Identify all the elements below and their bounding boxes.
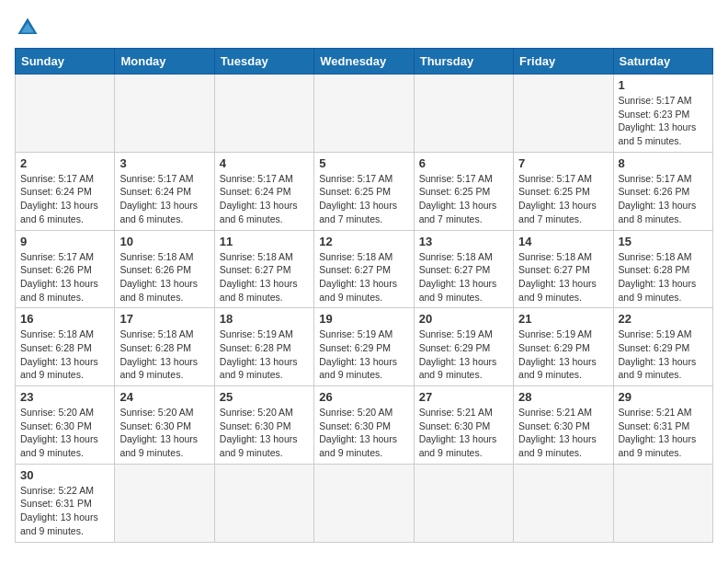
day-number: 21	[518, 312, 608, 326]
calendar-cell	[214, 464, 313, 542]
day-number: 4	[220, 156, 309, 170]
page-header	[15, 15, 713, 40]
weekday-header-saturday: Saturday	[613, 49, 712, 75]
day-info: Sunrise: 5:19 AM Sunset: 6:28 PM Dayligh…	[220, 327, 309, 382]
calendar-cell: 24Sunrise: 5:20 AM Sunset: 6:30 PM Dayli…	[115, 386, 214, 465]
weekday-header-friday: Friday	[514, 49, 613, 75]
calendar-cell	[16, 75, 115, 153]
day-info: Sunrise: 5:22 AM Sunset: 6:31 PM Dayligh…	[20, 484, 109, 538]
day-info: Sunrise: 5:20 AM Sunset: 6:30 PM Dayligh…	[319, 406, 408, 460]
day-number: 27	[419, 390, 508, 404]
day-number: 1	[619, 78, 708, 92]
calendar-cell: 8Sunrise: 5:17 AM Sunset: 6:26 PM Daylig…	[613, 152, 712, 230]
weekday-header-monday: Monday	[115, 49, 214, 75]
calendar-cell	[414, 75, 513, 153]
calendar-cell	[613, 464, 712, 542]
calendar-cell: 4Sunrise: 5:17 AM Sunset: 6:24 PM Daylig…	[214, 152, 313, 230]
day-info: Sunrise: 5:18 AM Sunset: 6:27 PM Dayligh…	[220, 250, 309, 304]
calendar-cell: 11Sunrise: 5:18 AM Sunset: 6:27 PM Dayli…	[214, 230, 313, 308]
day-number: 18	[220, 312, 309, 326]
week-row-6: 30Sunrise: 5:22 AM Sunset: 6:31 PM Dayli…	[16, 464, 713, 542]
day-info: Sunrise: 5:17 AM Sunset: 6:25 PM Dayligh…	[319, 172, 408, 226]
day-info: Sunrise: 5:18 AM Sunset: 6:28 PM Dayligh…	[119, 327, 209, 382]
calendar-cell: 15Sunrise: 5:18 AM Sunset: 6:28 PM Dayli…	[613, 230, 712, 308]
calendar-cell	[314, 75, 414, 153]
day-info: Sunrise: 5:19 AM Sunset: 6:29 PM Dayligh…	[419, 327, 508, 382]
day-info: Sunrise: 5:17 AM Sunset: 6:25 PM Dayligh…	[419, 172, 508, 226]
day-number: 17	[119, 312, 209, 326]
day-number: 13	[419, 235, 508, 248]
day-number: 3	[119, 156, 209, 170]
week-row-2: 2Sunrise: 5:17 AM Sunset: 6:24 PM Daylig…	[16, 152, 713, 230]
calendar-cell: 9Sunrise: 5:17 AM Sunset: 6:26 PM Daylig…	[16, 230, 115, 308]
day-number: 19	[319, 312, 408, 326]
day-number: 2	[20, 156, 109, 170]
day-info: Sunrise: 5:17 AM Sunset: 6:24 PM Dayligh…	[119, 172, 209, 226]
calendar-cell: 7Sunrise: 5:17 AM Sunset: 6:25 PM Daylig…	[514, 152, 613, 230]
day-number: 10	[119, 235, 209, 248]
day-info: Sunrise: 5:21 AM Sunset: 6:30 PM Dayligh…	[419, 406, 508, 460]
day-info: Sunrise: 5:17 AM Sunset: 6:26 PM Dayligh…	[619, 172, 708, 226]
week-row-3: 9Sunrise: 5:17 AM Sunset: 6:26 PM Daylig…	[16, 230, 713, 308]
day-number: 16	[20, 312, 109, 326]
calendar-cell: 17Sunrise: 5:18 AM Sunset: 6:28 PM Dayli…	[115, 308, 214, 386]
calendar-cell: 19Sunrise: 5:19 AM Sunset: 6:29 PM Dayli…	[314, 308, 414, 386]
week-row-1: 1Sunrise: 5:17 AM Sunset: 6:23 PM Daylig…	[16, 75, 713, 153]
calendar-cell: 25Sunrise: 5:20 AM Sunset: 6:30 PM Dayli…	[214, 386, 313, 465]
calendar-cell	[214, 75, 313, 153]
calendar-cell	[414, 464, 513, 542]
day-number: 23	[20, 390, 109, 404]
day-info: Sunrise: 5:19 AM Sunset: 6:29 PM Dayligh…	[518, 327, 608, 382]
day-number: 22	[619, 312, 708, 326]
calendar-cell	[514, 464, 613, 542]
day-info: Sunrise: 5:17 AM Sunset: 6:25 PM Dayligh…	[518, 172, 608, 226]
calendar-cell: 29Sunrise: 5:21 AM Sunset: 6:31 PM Dayli…	[613, 386, 712, 465]
day-info: Sunrise: 5:21 AM Sunset: 6:30 PM Dayligh…	[518, 406, 608, 460]
calendar-cell: 14Sunrise: 5:18 AM Sunset: 6:27 PM Dayli…	[514, 230, 613, 308]
calendar-cell	[115, 464, 214, 542]
day-number: 25	[220, 390, 309, 404]
day-info: Sunrise: 5:20 AM Sunset: 6:30 PM Dayligh…	[20, 406, 109, 460]
calendar-cell: 10Sunrise: 5:18 AM Sunset: 6:26 PM Dayli…	[115, 230, 214, 308]
day-info: Sunrise: 5:19 AM Sunset: 6:29 PM Dayligh…	[319, 327, 408, 382]
calendar-cell: 5Sunrise: 5:17 AM Sunset: 6:25 PM Daylig…	[314, 152, 414, 230]
calendar-cell: 22Sunrise: 5:19 AM Sunset: 6:29 PM Dayli…	[613, 308, 712, 386]
day-number: 11	[220, 235, 309, 248]
calendar-cell: 6Sunrise: 5:17 AM Sunset: 6:25 PM Daylig…	[414, 152, 513, 230]
day-info: Sunrise: 5:18 AM Sunset: 6:28 PM Dayligh…	[619, 250, 708, 304]
calendar-cell: 23Sunrise: 5:20 AM Sunset: 6:30 PM Dayli…	[16, 386, 115, 465]
day-info: Sunrise: 5:19 AM Sunset: 6:29 PM Dayligh…	[619, 327, 708, 382]
week-row-5: 23Sunrise: 5:20 AM Sunset: 6:30 PM Dayli…	[16, 386, 713, 465]
calendar-cell: 30Sunrise: 5:22 AM Sunset: 6:31 PM Dayli…	[16, 464, 115, 542]
day-number: 8	[619, 156, 708, 170]
calendar-cell: 16Sunrise: 5:18 AM Sunset: 6:28 PM Dayli…	[16, 308, 115, 386]
calendar-cell	[514, 75, 613, 153]
calendar-cell: 27Sunrise: 5:21 AM Sunset: 6:30 PM Dayli…	[414, 386, 513, 465]
calendar-cell: 28Sunrise: 5:21 AM Sunset: 6:30 PM Dayli…	[514, 386, 613, 465]
calendar-cell: 21Sunrise: 5:19 AM Sunset: 6:29 PM Dayli…	[514, 308, 613, 386]
day-number: 6	[419, 156, 508, 170]
calendar-table: SundayMondayTuesdayWednesdayThursdayFrid…	[15, 48, 713, 543]
day-info: Sunrise: 5:20 AM Sunset: 6:30 PM Dayligh…	[220, 406, 309, 460]
calendar-cell: 13Sunrise: 5:18 AM Sunset: 6:27 PM Dayli…	[414, 230, 513, 308]
day-number: 9	[20, 235, 109, 248]
day-info: Sunrise: 5:18 AM Sunset: 6:27 PM Dayligh…	[419, 250, 508, 304]
day-number: 20	[419, 312, 508, 326]
calendar-cell: 18Sunrise: 5:19 AM Sunset: 6:28 PM Dayli…	[214, 308, 313, 386]
calendar-cell: 12Sunrise: 5:18 AM Sunset: 6:27 PM Dayli…	[314, 230, 414, 308]
day-info: Sunrise: 5:17 AM Sunset: 6:26 PM Dayligh…	[20, 250, 109, 304]
day-number: 30	[20, 468, 109, 482]
calendar-cell	[314, 464, 414, 542]
day-info: Sunrise: 5:17 AM Sunset: 6:24 PM Dayligh…	[220, 172, 309, 226]
day-number: 24	[119, 390, 209, 404]
logo	[15, 15, 44, 40]
weekday-header-row: SundayMondayTuesdayWednesdayThursdayFrid…	[16, 49, 713, 75]
day-number: 5	[319, 156, 408, 170]
week-row-4: 16Sunrise: 5:18 AM Sunset: 6:28 PM Dayli…	[16, 308, 713, 386]
day-info: Sunrise: 5:20 AM Sunset: 6:30 PM Dayligh…	[119, 406, 209, 460]
day-number: 28	[518, 390, 608, 404]
calendar-cell: 3Sunrise: 5:17 AM Sunset: 6:24 PM Daylig…	[115, 152, 214, 230]
calendar-cell: 2Sunrise: 5:17 AM Sunset: 6:24 PM Daylig…	[16, 152, 115, 230]
day-number: 29	[619, 390, 708, 404]
day-info: Sunrise: 5:17 AM Sunset: 6:23 PM Dayligh…	[619, 94, 708, 148]
